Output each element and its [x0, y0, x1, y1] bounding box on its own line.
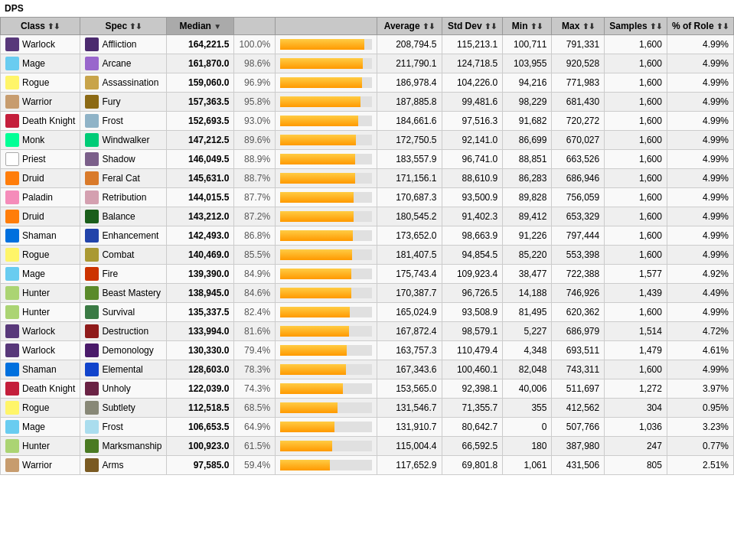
- cell-role: 0.95%: [667, 399, 733, 418]
- cell-spec: Frost: [80, 112, 167, 131]
- cell-role: 2.51%: [667, 456, 733, 475]
- spec-label: Arms: [102, 460, 123, 470]
- spec-label: Survival: [102, 307, 135, 317]
- spec-label: Frost: [102, 422, 122, 432]
- cell-average: 165,024.9: [377, 303, 442, 322]
- spec-icon: [85, 57, 99, 70]
- bar-container: [280, 288, 372, 298]
- table-row: Druid Feral Cat 145,631.088.7%171,156.18…: [1, 169, 734, 188]
- cell-stddev: 92,398.1: [442, 379, 503, 399]
- cell-class: Rogue: [1, 246, 80, 265]
- class-icon: [5, 324, 19, 338]
- cell-average: 131,910.7: [377, 418, 442, 437]
- cell-min: 103,955: [503, 54, 552, 73]
- table-container: Class ⬆⬇ Spec ⬆⬇ Median ▼ Average ⬆⬇: [0, 17, 734, 475]
- sort-arrow-max: ⬆⬇: [582, 22, 595, 31]
- cell-average: 115,004.4: [377, 437, 442, 456]
- cell-average: 172,750.5: [377, 131, 442, 150]
- cell-max: 431,506: [552, 456, 605, 475]
- spec-label: Fury: [102, 96, 120, 107]
- table-row: Rogue Subtlety 112,518.568.5%131,546.771…: [1, 399, 734, 418]
- cell-samples: 1,600: [605, 73, 667, 93]
- cell-min: 355: [503, 399, 552, 418]
- cell-role: 4.99%: [667, 54, 733, 73]
- cell-max: 797,444: [552, 226, 605, 246]
- cell-role: 4.99%: [667, 35, 733, 54]
- cell-max: 746,926: [552, 284, 605, 303]
- cell-bar: [276, 379, 377, 399]
- table-row: Warrior Fury 157,363.595.8%187,885.899,4…: [1, 93, 734, 112]
- th-class[interactable]: Class ⬆⬇: [1, 18, 80, 35]
- cell-pct: 82.4%: [234, 303, 276, 322]
- bar-fill: [280, 249, 352, 260]
- cell-min: 0: [503, 418, 552, 437]
- cell-bar: [276, 265, 377, 284]
- cell-spec: Subtlety: [80, 399, 167, 418]
- cell-min: 89,828: [503, 188, 552, 207]
- spec-icon: [85, 229, 99, 243]
- spec-icon: [85, 401, 99, 415]
- cell-samples: 1,600: [605, 360, 667, 379]
- cell-role: 4.61%: [667, 341, 733, 360]
- cell-median: 112,518.5: [167, 399, 234, 418]
- cell-role: 4.72%: [667, 322, 733, 341]
- spec-icon: [85, 37, 99, 51]
- cell-spec: Elemental: [80, 360, 167, 379]
- cell-pct: 87.7%: [234, 188, 276, 207]
- class-icon: [5, 267, 19, 281]
- cell-min: 1,061: [503, 456, 552, 475]
- th-role[interactable]: % of Role ⬆⬇: [667, 18, 733, 35]
- th-stddev[interactable]: Std Dev ⬆⬇: [442, 18, 503, 35]
- cell-bar: [276, 399, 377, 418]
- cell-spec: Assassination: [80, 73, 167, 93]
- bar-fill: [280, 96, 360, 107]
- th-median[interactable]: Median ▼: [167, 18, 234, 35]
- table-row: Rogue Combat 140,469.085.5%181,407.594,8…: [1, 246, 734, 265]
- cell-bar: [276, 150, 377, 169]
- th-max[interactable]: Max ⬆⬇: [552, 18, 605, 35]
- table-row: Warlock Destruction 133,994.081.6%167,87…: [1, 322, 734, 341]
- bar-fill: [280, 326, 349, 337]
- cell-class: Warrior: [1, 93, 80, 112]
- table-row: Shaman Elemental 128,603.078.3%167,343.6…: [1, 360, 734, 379]
- cell-pct: 86.8%: [234, 226, 276, 246]
- class-label: Mage: [22, 422, 45, 432]
- cell-min: 86,283: [503, 169, 552, 188]
- cell-max: 686,979: [552, 322, 605, 341]
- cell-samples: 805: [605, 456, 667, 475]
- th-spec[interactable]: Spec ⬆⬇: [80, 18, 167, 35]
- sort-arrow-median: ▼: [214, 22, 221, 31]
- cell-samples: 1,600: [605, 188, 667, 207]
- cell-max: 720,272: [552, 112, 605, 131]
- cell-min: 98,229: [503, 93, 552, 112]
- cell-stddev: 100,460.1: [442, 360, 503, 379]
- cell-stddev: 94,854.5: [442, 246, 503, 265]
- cell-average: 180,545.2: [377, 207, 442, 226]
- class-icon: [5, 229, 19, 243]
- class-icon: [5, 133, 19, 147]
- cell-max: 507,766: [552, 418, 605, 437]
- bar-fill: [280, 402, 338, 413]
- cell-stddev: 115,213.1: [442, 35, 503, 54]
- cell-median: 133,994.0: [167, 322, 234, 341]
- cell-average: 175,743.4: [377, 265, 442, 284]
- spec-icon: [85, 458, 99, 472]
- cell-stddev: 96,741.0: [442, 150, 503, 169]
- cell-samples: 1,600: [605, 169, 667, 188]
- bar-container: [280, 402, 372, 413]
- cell-median: 142,493.0: [167, 226, 234, 246]
- table-row: Rogue Assassination 159,060.096.9%186,97…: [1, 73, 734, 93]
- cell-pct: 79.4%: [234, 341, 276, 360]
- sort-arrow-spec: ⬆⬇: [129, 22, 142, 31]
- bar-container: [280, 422, 372, 432]
- spec-icon: [85, 114, 99, 128]
- table-row: Mage Frost 106,653.564.9%131,910.780,642…: [1, 418, 734, 437]
- th-min[interactable]: Min ⬆⬇: [503, 18, 552, 35]
- th-samples[interactable]: Samples ⬆⬇: [605, 18, 667, 35]
- spec-label: Unholy: [102, 383, 130, 394]
- cell-role: 4.99%: [667, 226, 733, 246]
- th-average[interactable]: Average ⬆⬇: [377, 18, 442, 35]
- class-label: Shaman: [22, 364, 57, 375]
- cell-pct: 98.6%: [234, 54, 276, 73]
- class-label: Rogue: [22, 77, 49, 88]
